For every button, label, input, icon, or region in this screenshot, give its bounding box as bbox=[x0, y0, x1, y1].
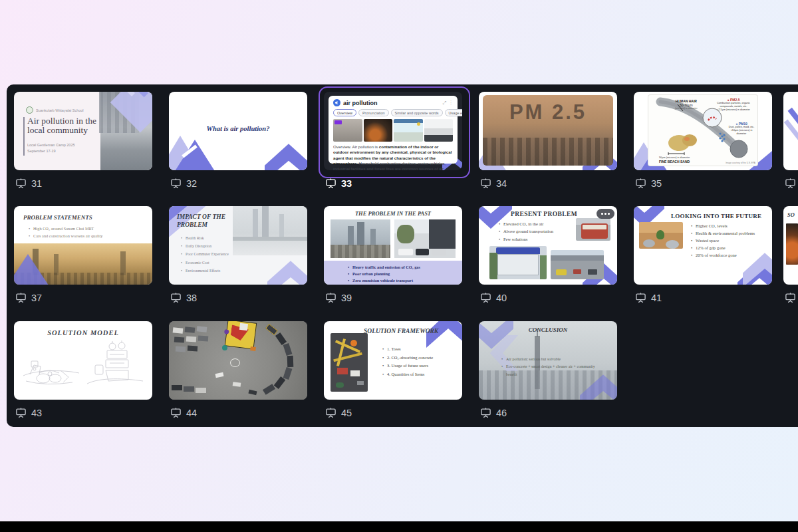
slide-cell-41: LOOKING INTO THE FUTURE Higher CO₂ level… bbox=[634, 206, 772, 303]
street-photo bbox=[394, 219, 456, 258]
slide-title-fragment: SO bbox=[787, 211, 795, 218]
present-icon bbox=[785, 178, 796, 189]
present-icon bbox=[170, 292, 182, 303]
slide-label-33: 33 bbox=[324, 178, 462, 189]
slide-thumbnail-39[interactable]: THE PROBLEM IN THE PAST Heavy traffic an… bbox=[324, 206, 462, 285]
slide-number: 41 bbox=[651, 293, 662, 303]
slide-thumbnail-43[interactable]: SOLUTION MODEL bbox=[14, 321, 152, 400]
sprout-photo bbox=[639, 222, 683, 249]
present-icon bbox=[635, 178, 646, 189]
tab-pronunciation[interactable]: Pronunciation bbox=[358, 109, 389, 116]
chevron-decoration bbox=[267, 259, 307, 285]
slide-label-34: 34 bbox=[479, 178, 617, 189]
tab-usage-examples[interactable]: Usage examples bbox=[445, 109, 462, 116]
page-background: { "colors":{ "accent_purple":"#7477dd", … bbox=[0, 0, 798, 532]
fire-photo bbox=[786, 223, 798, 265]
haze-river-photo bbox=[233, 206, 307, 255]
traffic-photo bbox=[551, 250, 604, 279]
slide-number: 34 bbox=[496, 178, 507, 189]
slide-label-40: 40 bbox=[479, 292, 617, 303]
bottom-bar bbox=[0, 521, 798, 532]
lavender-band: Heavy traffic and emission of CO₂ gas Po… bbox=[324, 261, 462, 285]
slide-thumbnail-33[interactable]: air pollution ⤢ ⋮ Overview Pronunciation… bbox=[324, 92, 462, 170]
school-header: Suankularb Wittayalai School bbox=[26, 106, 84, 114]
station-photo bbox=[489, 246, 547, 279]
slide-number: 38 bbox=[186, 293, 197, 303]
slide-title: PRESENT PROBLEM bbox=[511, 211, 577, 217]
slide-thumbnail-40[interactable]: PRESENT PROBLEM Elevated CO₂ in the air … bbox=[479, 206, 617, 285]
slide-thumbnail-41[interactable]: LOOKING INTO THE FUTURE Higher CO₂ level… bbox=[634, 206, 772, 285]
present-icon bbox=[785, 292, 796, 303]
slide-number: 46 bbox=[496, 408, 507, 418]
slide-label-39: 39 bbox=[324, 292, 462, 303]
slide-title: IMPACT OF THE PROBLEM bbox=[177, 213, 233, 229]
slide-cell-42: SO 42 bbox=[783, 206, 798, 303]
slide-cell-46: CONCLUSION Air pollution: serious but so… bbox=[479, 321, 617, 418]
slide-thumbnail-46[interactable]: CONCLUSION Air pollution: serious but so… bbox=[479, 321, 617, 400]
slide-thumbnail-42[interactable]: SO bbox=[783, 206, 798, 285]
slide-cell-35: HUMAN HAIR 50-70μm (microns) in diameter… bbox=[634, 92, 772, 189]
slide-thumbnail-36[interactable] bbox=[783, 92, 798, 170]
slide-cell-40: PRESENT PROBLEM Elevated CO₂ in the air … bbox=[479, 206, 617, 303]
slide-cell-45: SOLUTION FRAMEWORK 1. Trees 2. CO₂-absor… bbox=[324, 321, 462, 418]
card-action-icons[interactable]: ⤢ ⋮ bbox=[443, 100, 453, 106]
present-icon bbox=[15, 292, 27, 303]
present-icon bbox=[325, 292, 336, 303]
present-icon bbox=[480, 292, 491, 303]
city-silhouette bbox=[483, 138, 613, 166]
overview-text: Overview. Air pollution is contamination… bbox=[333, 144, 453, 170]
image-strip bbox=[333, 119, 453, 142]
present-icon bbox=[170, 407, 182, 418]
slide-number: 39 bbox=[341, 293, 352, 303]
slide-title: PROBLEM STATEMENTS bbox=[23, 214, 92, 221]
slide-thumbnail-34[interactable]: PM 2.5 bbox=[479, 92, 617, 170]
slide-label-37: 37 bbox=[14, 292, 152, 303]
bus-photo bbox=[576, 218, 610, 241]
sand-label: FINE BEACH SAND bbox=[659, 160, 690, 164]
present-icon bbox=[325, 407, 336, 418]
sketch-drawing-right bbox=[86, 340, 144, 393]
slide-label-42: 42 bbox=[783, 292, 798, 303]
slide-title: What is air pollution? bbox=[169, 125, 307, 132]
slide-cell-33: air pollution ⤢ ⋮ Overview Pronunciation… bbox=[324, 92, 462, 189]
slides-panel: Suankularb Wittayalai School Air polluti… bbox=[7, 84, 798, 427]
tab-similar-words[interactable]: Similar and opposite words bbox=[391, 109, 443, 116]
dictionary-card: air pollution ⤢ ⋮ Overview Pronunciation… bbox=[329, 96, 458, 164]
present-icon bbox=[170, 178, 182, 189]
slide-cell-37: PROBLEM STATEMENTS High CO₂ around Sanam… bbox=[14, 206, 152, 303]
bullet-list: Elevated CO₂ in the air Above ground tra… bbox=[499, 220, 553, 243]
slide-thumbnail-44[interactable] bbox=[169, 321, 307, 400]
card-header: air pollution ⤢ ⋮ bbox=[333, 99, 453, 106]
slide-number: 37 bbox=[31, 293, 42, 303]
slide-cell-31: Suankularb Wittayalai School Air polluti… bbox=[14, 92, 152, 189]
bullet-list: Health Risk Daily Disruption Poor Commut… bbox=[181, 234, 229, 275]
slide-title: SOLUTION FRAMEWORK bbox=[364, 328, 438, 334]
slide-thumbnail-35[interactable]: HUMAN HAIR 50-70μm (microns) in diameter… bbox=[634, 92, 772, 170]
factory-illustration bbox=[394, 119, 423, 142]
slide-label-46: 46 bbox=[479, 407, 617, 418]
more-options-button[interactable] bbox=[597, 209, 614, 219]
tab-overview[interactable]: Overview bbox=[333, 109, 356, 116]
slide-number: 32 bbox=[186, 178, 197, 189]
hair-label: HUMAN HAIR 50-70μm (microns) in diameter bbox=[675, 99, 698, 110]
slide-title: LOOKING INTO THE FUTURE bbox=[671, 213, 761, 219]
bullet-list: Heavy traffic and emission of CO₂ gas Po… bbox=[348, 264, 462, 283]
school-name: Suankularb Wittayalai School bbox=[36, 108, 84, 112]
slide-thumbnail-31[interactable]: Suankularb Wittayalai School Air polluti… bbox=[14, 92, 152, 170]
slide-title: Air pollution in the local community bbox=[27, 116, 102, 136]
slide-cell-43: SOLUTION MODEL 43 bbox=[14, 321, 152, 418]
slide-thumbnail-38[interactable]: IMPACT OF THE PROBLEM Health Risk Daily … bbox=[169, 206, 307, 285]
slide-thumbnail-45[interactable]: SOLUTION FRAMEWORK 1. Trees 2. CO₂-absor… bbox=[324, 321, 462, 400]
slide-subtitle: Local Gentleman Camp 2025 September 17-1… bbox=[27, 142, 75, 154]
speaker-icon[interactable] bbox=[333, 99, 340, 106]
slide-thumbnail-37[interactable]: PROBLEM STATEMENTS High CO₂ around Sanam… bbox=[14, 206, 152, 285]
slide-number: 43 bbox=[31, 408, 42, 418]
pm25-label: ● PM2.5 Combustion particles, organic co… bbox=[712, 98, 755, 111]
bullet-list: 1. Trees 2. CO₂-absorbing concrete 3. Us… bbox=[382, 345, 433, 379]
slide-title: SOLUTION MODEL bbox=[14, 329, 152, 336]
slide-label-35: 35 bbox=[634, 178, 772, 189]
chevron-decoration bbox=[426, 321, 462, 348]
present-icon bbox=[15, 407, 27, 418]
smokestacks-photo bbox=[424, 119, 454, 142]
slide-thumbnail-32[interactable]: What is air pollution? bbox=[169, 92, 307, 170]
